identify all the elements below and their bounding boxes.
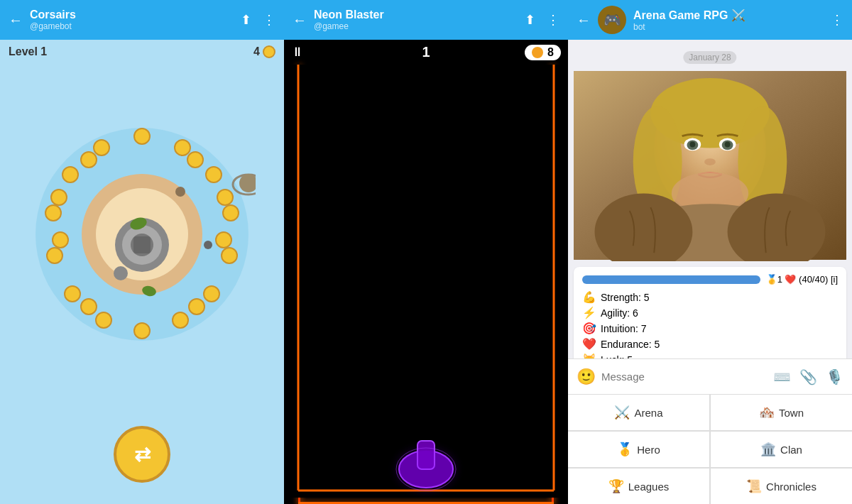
- switch-button[interactable]: ⇄: [114, 426, 170, 483]
- corsairs-panel: ← Corsairs @gamebot ⬆ ⋮ Level 1 4: [0, 0, 284, 504]
- svg-point-25: [217, 190, 233, 205]
- svg-point-22: [62, 167, 78, 182]
- rpg-subtitle: bot: [633, 22, 824, 32]
- strength-label: Strength: 5: [601, 292, 650, 303]
- coin-number: 4: [253, 45, 260, 58]
- character-portrait: [574, 70, 846, 261]
- score-bar: ⏸ 1 8: [284, 40, 568, 65]
- action-grid: ⚔️ Arena 🏘️ Town 🥇 Hero 🏛️ Clan 🏆 League…: [568, 394, 852, 504]
- svg-point-13: [223, 205, 239, 221]
- level-bar: Level 1 4: [0, 40, 284, 64]
- rpg-title: Arena Game RPG ⚔️: [633, 9, 824, 22]
- svg-point-12: [206, 167, 222, 182]
- svg-point-21: [45, 205, 61, 221]
- town-button[interactable]: 🏘️ Town: [711, 395, 852, 430]
- clan-button[interactable]: 🏛️ Clan: [711, 432, 852, 467]
- hero-icon: 🥇: [617, 442, 633, 457]
- chronicles-label: Chronicles: [766, 481, 816, 493]
- input-icons: ⌨️ 📎 🎙️: [773, 368, 843, 385]
- luck-icon: 🐱: [582, 353, 596, 358]
- rpg-header-info: Arena Game RPG ⚔️ bot: [633, 9, 824, 32]
- svg-point-10: [134, 128, 150, 144]
- svg-point-18: [96, 312, 111, 328]
- hero-button[interactable]: 🥇 Hero: [568, 432, 709, 467]
- chronicles-icon: 📜: [746, 478, 762, 494]
- endurance-label: Endurance: 5: [601, 339, 660, 350]
- neon-blaster-panel: ← Neon Blaster @gamee ⬆ ⋮ ⏸ 1 8: [284, 0, 568, 504]
- arena-button[interactable]: ⚔️ Arena: [568, 395, 709, 430]
- neon-back-button[interactable]: ←: [293, 12, 307, 28]
- svg-point-19: [65, 286, 80, 302]
- corsairs-back-button[interactable]: ←: [9, 12, 23, 28]
- svg-point-34: [175, 187, 185, 197]
- mic-icon[interactable]: 🎙️: [826, 368, 843, 385]
- svg-point-11: [175, 140, 190, 155]
- arena-icon: ⚔️: [614, 405, 630, 420]
- corsairs-game-area: Level 1 4: [0, 40, 284, 504]
- switch-icon: ⇄: [134, 443, 151, 466]
- hp-bar: [582, 275, 760, 284]
- corsairs-subtitle: @gamebot: [30, 21, 234, 31]
- town-label: Town: [779, 407, 804, 419]
- stat-luck: 🐱 Luck: 5: [582, 353, 838, 358]
- svg-point-75: [704, 158, 716, 165]
- svg-point-74: [725, 142, 731, 148]
- message-input[interactable]: [601, 371, 768, 383]
- emoji-button[interactable]: 🙂: [577, 368, 596, 386]
- agility-icon: ⚡: [582, 306, 596, 319]
- coin-icon: [263, 45, 275, 58]
- character-svg: [574, 70, 846, 261]
- svg-point-31: [81, 152, 97, 168]
- hp-text: 🥇1 ❤️ (40/40) [i]: [766, 274, 838, 285]
- svg-point-27: [189, 299, 204, 314]
- rpg-back-button[interactable]: ←: [577, 12, 591, 28]
- hero-label: Hero: [637, 444, 660, 456]
- attach-icon[interactable]: 📎: [799, 368, 817, 385]
- svg-rect-36: [284, 65, 568, 498]
- svg-point-24: [187, 152, 203, 168]
- svg-point-30: [51, 190, 67, 205]
- corsairs-share-button[interactable]: ⬆: [241, 12, 251, 28]
- svg-point-26: [216, 232, 231, 248]
- town-icon: 🏘️: [759, 405, 775, 420]
- keyboard-icon[interactable]: ⌨️: [773, 368, 791, 385]
- svg-point-23: [94, 140, 109, 155]
- date-separator: January 28: [683, 51, 736, 64]
- rpg-menu-button[interactable]: ⋮: [831, 12, 843, 28]
- svg-point-15: [204, 286, 219, 302]
- neon-blaster-header: ← Neon Blaster @gamee ⬆ ⋮: [284, 0, 568, 40]
- rpg-chat-area: January 28: [568, 40, 852, 358]
- svg-point-28: [81, 299, 97, 314]
- svg-point-16: [173, 312, 188, 328]
- score-display: 1: [422, 44, 430, 60]
- rpg-header-actions: ⋮: [831, 12, 843, 28]
- coin-count: 4: [253, 45, 275, 58]
- leagues-button[interactable]: 🏆 Leagues: [568, 469, 709, 504]
- corsairs-menu-button[interactable]: ⋮: [263, 12, 275, 28]
- intuition-icon: 🎯: [582, 322, 596, 335]
- neon-share-button[interactable]: ⬆: [525, 12, 535, 28]
- neon-menu-button[interactable]: ⋮: [547, 12, 559, 28]
- neon-game-svg: 6: [284, 65, 568, 498]
- level-label: Level 1: [9, 45, 47, 58]
- svg-point-73: [689, 142, 695, 148]
- rpg-header: ← 🎮 Arena Game RPG ⚔️ bot ⋮: [568, 0, 852, 40]
- pause-button[interactable]: ⏸: [291, 45, 304, 60]
- neon-game-canvas[interactable]: 6: [284, 65, 568, 504]
- svg-point-61: [399, 451, 453, 488]
- life-icon: [532, 47, 543, 58]
- svg-point-20: [47, 248, 62, 263]
- rpg-avatar: 🎮: [598, 6, 626, 34]
- endurance-icon: ❤️: [582, 337, 596, 351]
- message-input-bar: 🙂 ⌨️ 📎 🎙️: [568, 358, 852, 394]
- arena-label: Arena: [634, 407, 662, 419]
- svg-point-29: [53, 232, 68, 248]
- stat-intuition: 🎯 Intuition: 7: [582, 322, 838, 335]
- chronicles-button[interactable]: 📜 Chronicles: [711, 469, 852, 504]
- corsairs-header-actions: ⬆ ⋮: [241, 12, 275, 28]
- leagues-icon: 🏆: [608, 478, 624, 494]
- svg-point-14: [222, 248, 237, 263]
- arena-rpg-panel: ← 🎮 Arena Game RPG ⚔️ bot ⋮ January 28: [568, 0, 852, 504]
- strength-icon: 💪: [582, 290, 596, 304]
- neon-subtitle: @gamee: [314, 21, 518, 31]
